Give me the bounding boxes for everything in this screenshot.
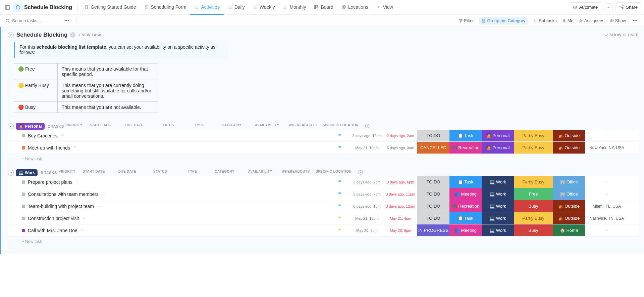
tag-cell[interactable]: 🎮 Recreation — [449, 200, 482, 212]
tag-cell[interactable]: 🏠 Home — [553, 224, 585, 236]
tag-cell[interactable]: 💻 Work — [482, 188, 514, 200]
priority-cell[interactable] — [330, 142, 350, 154]
priority-cell[interactable] — [330, 200, 350, 212]
task-name[interactable]: Team-building with project team — [28, 204, 94, 209]
add-view-button[interactable]: ＋ View — [372, 0, 397, 15]
due-date-cell[interactable]: 2 days ago, 2am — [384, 130, 417, 141]
task-row[interactable]: Buy Groceries2 days ago, 12am2 days ago,… — [8, 130, 639, 142]
space-title[interactable]: Schedule Blocking — [24, 4, 72, 10]
task-row[interactable]: Call with Mrs. Jane DoeMay 20, 8pmMay 20… — [8, 224, 639, 237]
location-cell[interactable]: – — [585, 130, 629, 141]
drag-handle-icon[interactable] — [82, 216, 86, 221]
location-cell[interactable]: – — [585, 176, 629, 188]
tag-cell[interactable]: TO DO — [417, 212, 449, 224]
tab-activities[interactable]: Activities — [190, 0, 223, 15]
add-task-button[interactable]: + New task — [8, 237, 639, 244]
automate-button[interactable]: Automate — [569, 2, 602, 12]
more-options-button[interactable]: ••• — [631, 17, 639, 25]
status-square[interactable] — [22, 134, 25, 137]
automate-dropdown-button[interactable] — [604, 3, 613, 11]
column-header[interactable]: PRIORITY — [57, 170, 77, 176]
tag-cell[interactable]: Free — [514, 188, 553, 200]
tag-cell[interactable]: 📋 Task — [449, 176, 482, 188]
status-square[interactable] — [22, 229, 25, 232]
drag-handle-icon[interactable] — [80, 228, 84, 233]
tab-board[interactable]: Board — [310, 0, 337, 15]
group-badge[interactable]: 🙎Personal — [16, 123, 45, 130]
tab-getting-started-guide[interactable]: Getting Started Guide — [80, 0, 140, 15]
status-square[interactable] — [22, 180, 25, 184]
task-name[interactable]: Call with Mrs. Jane Doe — [28, 228, 77, 233]
drag-handle-icon[interactable] — [97, 204, 101, 209]
me-button[interactable]: Me — [562, 18, 574, 23]
priority-cell[interactable] — [330, 212, 350, 224]
tag-cell[interactable]: Partly Busy — [514, 212, 553, 224]
due-date-cell[interactable]: 6 days ago, 3am — [384, 142, 417, 154]
location-cell[interactable]: – — [585, 188, 629, 200]
sidebar-toggle-button[interactable] — [3, 3, 12, 12]
column-header[interactable]: WHEREABOUTS — [280, 170, 312, 176]
search-options-button[interactable]: ••• — [63, 17, 70, 25]
tag-cell[interactable]: TO DO — [417, 188, 449, 200]
tag-cell[interactable]: ⛺ Outside — [553, 212, 585, 224]
list-title[interactable]: Schedule Blocking — [16, 32, 67, 38]
task-row[interactable]: Construction project visitMay 21, 12pmMa… — [8, 212, 639, 224]
new-task-button[interactable]: + NEW TASK — [78, 33, 102, 37]
group-badge[interactable]: 💻Work — [16, 169, 38, 176]
priority-cell[interactable] — [330, 130, 350, 141]
location-cell[interactable]: New York, NY, USA — [585, 142, 629, 154]
start-date-cell[interactable]: May 21, 10pm — [350, 142, 384, 154]
column-header[interactable]: SPECIFIC LOCATION — [312, 170, 356, 176]
task-row[interactable]: Prepare project plans3 days ago, 2pm3 da… — [8, 176, 639, 188]
task-name[interactable]: Consultations with team members — [28, 192, 99, 197]
column-header[interactable]: PRIORITY — [64, 123, 84, 129]
add-column-button[interactable] — [362, 123, 372, 129]
status-square[interactable] — [22, 205, 25, 208]
tag-cell[interactable]: TO DO — [417, 176, 449, 188]
tag-cell[interactable]: ⛺ Outside — [553, 142, 585, 154]
task-row[interactable]: Consultations with team members3 days ag… — [8, 188, 639, 200]
priority-cell[interactable] — [330, 224, 350, 236]
column-header[interactable]: CATEGORY — [209, 170, 241, 176]
due-date-cell[interactable]: May 20, 9pm — [384, 224, 417, 236]
drag-handle-icon[interactable] — [60, 133, 64, 138]
tag-cell[interactable]: 💻 Work — [482, 200, 514, 212]
tag-cell[interactable]: Busy — [514, 200, 553, 212]
tab-locations[interactable]: Locations — [337, 0, 372, 15]
column-header[interactable]: STATUS — [151, 123, 183, 129]
due-date-cell[interactable]: May 21, 4pm — [384, 212, 417, 224]
tag-cell[interactable]: 📋 Task — [449, 212, 482, 224]
tag-cell[interactable]: 🙎 Personal — [482, 142, 514, 154]
group-collapse-toggle[interactable] — [8, 170, 14, 176]
groupby-button[interactable]: Group by: Category — [479, 17, 528, 25]
task-name[interactable]: Buy Groceries — [28, 133, 58, 138]
location-cell[interactable]: Miami, FL, USA — [585, 200, 629, 212]
start-date-cell[interactable]: 6 days ago, 1pm — [350, 200, 384, 212]
tag-cell[interactable]: 🙎 Personal — [482, 130, 514, 141]
column-header[interactable]: SPECIFIC LOCATION — [319, 123, 362, 129]
column-header[interactable]: START DATE — [84, 123, 117, 129]
tag-cell[interactable]: ⛺ Outside — [553, 200, 585, 212]
add-column-button[interactable] — [356, 170, 366, 176]
task-row[interactable]: Meet-up with friendsMay 21, 10pm6 days a… — [8, 142, 639, 154]
tag-cell[interactable]: 💻 Work — [482, 224, 514, 236]
share-button[interactable]: Share — [615, 2, 641, 12]
task-name[interactable]: Meet-up with friends — [28, 145, 70, 151]
tag-cell[interactable]: 🏢 Office — [553, 176, 585, 188]
tag-cell[interactable]: 🎮 Recreation — [449, 142, 482, 154]
due-date-cell[interactable]: 3 days ago, 11pm — [384, 188, 417, 200]
tag-cell[interactable]: 💻 Work — [482, 212, 514, 224]
tag-cell[interactable]: 🏢 Office — [553, 188, 585, 200]
tab-scheduling-form[interactable]: Scheduling Form — [140, 0, 191, 15]
space-icon[interactable] — [13, 3, 23, 12]
tag-cell[interactable]: Partly Busy — [514, 142, 553, 154]
column-header[interactable]: WHEREABOUTS — [286, 123, 319, 129]
task-name[interactable]: Prepare project plans — [28, 179, 72, 185]
tag-cell[interactable]: Busy — [514, 224, 553, 236]
start-date-cell[interactable]: May 20, 8pm — [350, 224, 384, 236]
info-icon[interactable]: i — [70, 32, 75, 38]
status-square[interactable] — [22, 193, 25, 196]
tag-cell[interactable]: 💻 Work — [482, 176, 514, 188]
column-header[interactable]: TYPE — [176, 170, 209, 176]
task-name[interactable]: Construction project visit — [28, 216, 79, 221]
